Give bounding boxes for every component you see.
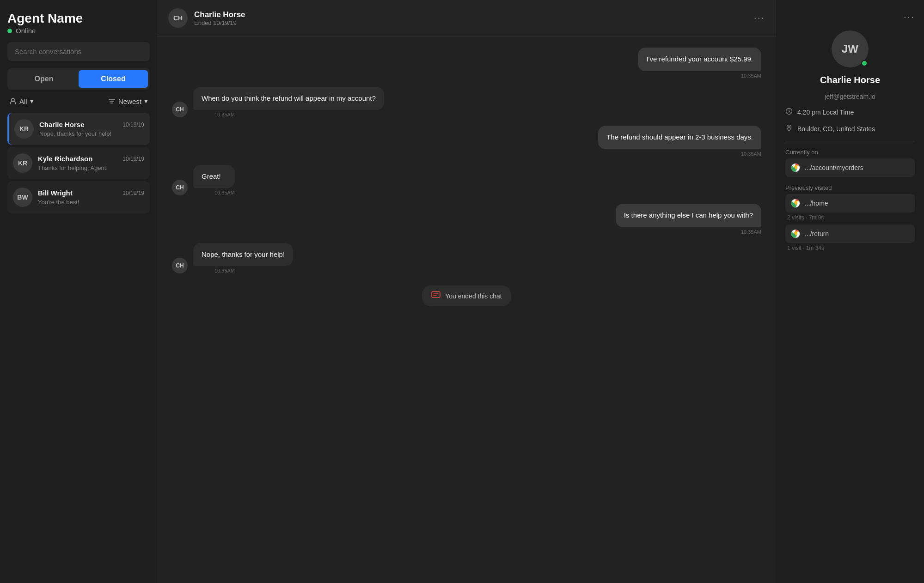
visit-info-0: 2 visits · 7m 9s	[785, 214, 915, 221]
tab-closed[interactable]: Closed	[79, 70, 148, 88]
list-item[interactable]: BW Bill Wright 10/19/19 You're the best!	[7, 181, 150, 213]
chat-header-subtitle: Ended 10/19/19	[194, 19, 747, 26]
conv-date: 10/19/19	[122, 121, 144, 128]
chrome-icon	[791, 199, 800, 208]
clock-icon	[785, 108, 793, 117]
message-time: 10:35AM	[638, 73, 761, 79]
previously-visited-label: Previously visited	[785, 184, 915, 191]
message-time: 10:35AM	[193, 112, 384, 117]
conv-date: 10/19/19	[122, 156, 144, 162]
chrome-icon	[791, 229, 800, 238]
conv-header: Kyle Richardson 10/19/19	[38, 155, 144, 163]
table-row: CH When do you think the refund will app…	[172, 87, 761, 118]
message-bubble: Nope, thanks for your help!	[193, 243, 293, 267]
visit-url-0: .../home	[805, 200, 828, 207]
message-time: 10:35AM	[193, 268, 293, 273]
local-time-text: 4:20 pm Local Time	[797, 109, 854, 116]
chat-ended-banner: You ended this chat	[422, 285, 511, 306]
msg-avatar: CH	[172, 102, 188, 117]
online-dot-icon	[7, 29, 12, 33]
msg-col: I've refunded your account $25.99. 10:35…	[638, 48, 761, 79]
chat-header: CH Charlie Horse Ended 10/19/19 ···	[157, 0, 776, 36]
tab-row: Open Closed	[7, 68, 150, 90]
message-bubble: Is there anything else I can help you wi…	[616, 204, 761, 227]
more-options-button[interactable]: ···	[754, 12, 765, 24]
message-time: 10:35AM	[598, 151, 761, 157]
visit-info-1: 1 visit · 1m 34s	[785, 245, 915, 251]
msg-col: Is there anything else I can help you wi…	[616, 204, 761, 235]
message-bubble: The refund should appear in 2-3 business…	[598, 126, 761, 149]
conv-preview: You're the best!	[38, 199, 144, 206]
conv-preview: Thanks for helping, Agent!	[38, 164, 144, 171]
filter-icon	[108, 97, 116, 105]
conv-header: Charlie Horse 10/19/19	[39, 121, 144, 128]
list-item[interactable]: KR Charlie Horse 10/19/19 Nope, thanks f…	[7, 113, 150, 145]
message-list: I've refunded your account $25.99. 10:35…	[157, 36, 776, 583]
filter-all-label: All	[19, 97, 27, 105]
message-time: 10:35AM	[616, 229, 761, 235]
user-email: jeff@getstream.io	[785, 93, 915, 100]
location-row: Boulder, CO, United States	[785, 124, 915, 134]
right-panel-menu-button[interactable]: ···	[785, 11, 915, 23]
filter-newest-label: Newest	[118, 97, 141, 105]
conv-header: Bill Wright 10/19/19	[38, 189, 144, 197]
currently-on-section: Currently on .../account/myorders	[785, 149, 915, 177]
person-icon	[9, 97, 17, 105]
agent-name: Agent Name	[7, 11, 150, 26]
conv-info: Bill Wright 10/19/19 You're the best!	[38, 189, 144, 206]
chat-ended-text: You ended this chat	[445, 292, 502, 300]
table-row: Is there anything else I can help you wi…	[172, 204, 761, 235]
visit-url-1: .../return	[805, 230, 829, 237]
avatar: KR	[13, 153, 32, 173]
conv-preview: Nope, thanks for your help!	[39, 130, 144, 137]
location-icon	[785, 124, 793, 134]
table-row: I've refunded your account $25.99. 10:35…	[172, 48, 761, 79]
filter-all-chevron[interactable]: ▾	[30, 97, 34, 105]
currently-on-url: .../account/myorders	[805, 164, 863, 171]
currently-on-label: Currently on	[785, 149, 915, 156]
msg-col: When do you think the refund will appear…	[193, 87, 384, 118]
msg-col: The refund should appear in 2-3 business…	[598, 126, 761, 157]
filter-all[interactable]: All ▾	[9, 97, 34, 105]
svg-point-6	[789, 127, 790, 128]
conv-name: Kyle Richardson	[38, 155, 92, 163]
message-group: I've refunded your account $25.99. 10:35…	[172, 48, 761, 79]
list-item[interactable]: KR Kyle Richardson 10/19/19 Thanks for h…	[7, 147, 150, 179]
previously-visited-section: Previously visited .../home 2 visits · 7…	[785, 184, 915, 251]
visit-url-item-0: .../home	[785, 194, 915, 213]
message-group: Is there anything else I can help you wi…	[172, 204, 761, 235]
status-label: Online	[16, 27, 36, 35]
online-status: Online	[7, 27, 150, 35]
currently-on-url-item: .../account/myorders	[785, 158, 915, 177]
filter-newest[interactable]: Newest ▾	[108, 97, 148, 105]
user-name-large: Charlie Horse	[785, 75, 915, 85]
user-avatar-large: JW	[832, 30, 869, 67]
chat-header-name: Charlie Horse	[194, 10, 747, 19]
message-group: CH Nope, thanks for your help! 10:35AM	[172, 243, 761, 274]
chat-header-avatar: CH	[168, 8, 188, 28]
svg-rect-4	[432, 292, 440, 298]
filter-row: All ▾ Newest ▾	[7, 97, 150, 105]
conv-name: Charlie Horse	[39, 121, 85, 128]
table-row: The refund should appear in 2-3 business…	[172, 126, 761, 157]
filter-newest-chevron[interactable]: ▾	[144, 97, 148, 105]
chat-header-info: Charlie Horse Ended 10/19/19	[194, 10, 747, 26]
conversation-list: KR Charlie Horse 10/19/19 Nope, thanks f…	[7, 113, 150, 572]
conv-info: Kyle Richardson 10/19/19 Thanks for help…	[38, 155, 144, 171]
conv-date: 10/19/19	[122, 190, 144, 196]
message-bubble: Great!	[193, 165, 235, 188]
message-bubble: When do you think the refund will appear…	[193, 87, 384, 110]
conv-name: Bill Wright	[38, 189, 73, 197]
msg-col: Nope, thanks for your help! 10:35AM	[193, 243, 293, 274]
divider	[785, 141, 915, 141]
msg-col: Great! 10:35AM	[193, 165, 235, 196]
location-text: Boulder, CO, United States	[797, 125, 875, 133]
right-panel: ··· JW Charlie Horse jeff@getstream.io 4…	[776, 0, 924, 583]
message-time: 10:35AM	[193, 190, 235, 195]
search-input[interactable]	[7, 42, 150, 61]
table-row: CH Nope, thanks for your help! 10:35AM	[172, 243, 761, 274]
tab-open[interactable]: Open	[9, 70, 79, 88]
chrome-icon	[791, 163, 800, 172]
user-online-dot-icon	[861, 60, 868, 67]
conv-info: Charlie Horse 10/19/19 Nope, thanks for …	[39, 121, 144, 137]
